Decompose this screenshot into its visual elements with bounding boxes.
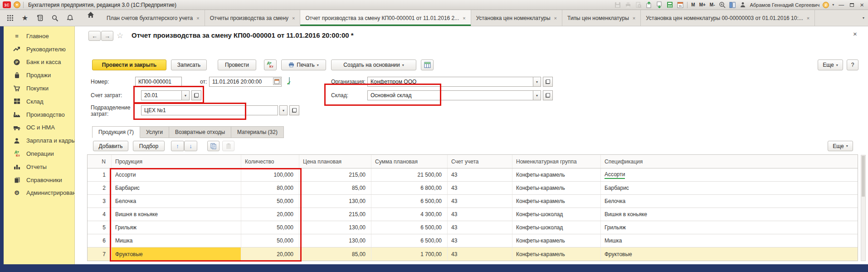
split-columns-icon[interactable] — [729, 1, 736, 9]
notifications-bell-button[interactable] — [65, 14, 74, 23]
sidebar-item-salary-hr[interactable]: Зарплата и кадры — [4, 134, 74, 147]
sidebar-item-main[interactable]: ≡Главное — [4, 30, 74, 43]
move-up-button[interactable]: ↑ — [171, 141, 184, 151]
tab-returnable-waste[interactable]: Возвратные отходы — [169, 126, 231, 138]
organization-input[interactable] — [367, 77, 533, 87]
apps-menu-button[interactable] — [5, 14, 15, 23]
close-icon[interactable]: × — [633, 15, 635, 21]
restore-button[interactable] — [848, 2, 855, 8]
department-open-button[interactable] — [289, 105, 299, 115]
create-based-on-button[interactable]: Создать на основании▾ — [331, 59, 416, 70]
table-row[interactable]: 2 Барбарис 80,000 85,00 6 800,00 43 Конф… — [88, 182, 858, 195]
table-row[interactable]: 4 Вишня в коньяке 20,000 215,00 4 300,00… — [88, 208, 858, 221]
save-button[interactable]: Записать — [171, 59, 207, 70]
column-header-account[interactable]: Счет учета — [448, 155, 512, 168]
close-icon[interactable]: × — [554, 15, 557, 21]
forward-button[interactable]: → — [101, 31, 113, 41]
close-icon[interactable]: × — [463, 15, 465, 21]
date-input[interactable] — [209, 77, 282, 87]
warehouse-input[interactable] — [367, 90, 533, 100]
home-button[interactable] — [86, 10, 95, 19]
column-header-nomenclature-group[interactable]: Номенклатурная группа — [512, 155, 601, 168]
sidebar-item-administration[interactable]: ⚙Администрирование — [4, 187, 74, 200]
sidebar-item-operations[interactable]: ДтКтОперации — [4, 147, 74, 160]
back-button[interactable]: ← — [88, 31, 101, 41]
close-form-button[interactable]: × — [853, 30, 857, 38]
zoom-icon[interactable] — [718, 1, 726, 9]
post-and-close-button[interactable]: Провести и закрыть — [92, 59, 166, 70]
history-button[interactable] — [35, 14, 44, 23]
table-row-selected[interactable]: 7 Фруктовые 20,000 85,00 1 700,00 43 Кон… — [88, 247, 858, 261]
calculator-icon[interactable] — [666, 1, 673, 9]
post-button[interactable]: Провести — [218, 59, 256, 70]
number-input[interactable] — [135, 77, 182, 87]
warehouse-open-button[interactable] — [543, 90, 553, 100]
tab-price-types[interactable]: Типы цен номенклатуры× — [562, 10, 641, 26]
close-window-button[interactable]: × — [858, 1, 865, 9]
cost-account-open-button[interactable] — [191, 90, 201, 100]
table-row[interactable]: 6 Мишка 50,000 130,00 6 500,00 43 Конфет… — [88, 234, 858, 247]
table-scrollbar[interactable] — [861, 155, 866, 261]
memory-m-button[interactable]: М — [691, 2, 695, 7]
tab-services[interactable]: Услуги — [140, 126, 169, 138]
chevron-down-icon[interactable]: ▾ — [832, 3, 834, 7]
sidebar-item-manager[interactable]: Руководителю — [4, 43, 74, 56]
tab-production-report-document[interactable]: Отчет производства за смену КП00-000001 … — [300, 10, 471, 26]
memory-m-plus-button[interactable]: М+ — [699, 2, 706, 7]
favorites-star-button[interactable]: ★ — [20, 14, 29, 23]
warehouse-dropdown-button[interactable]: ▾ — [533, 90, 541, 100]
table-row[interactable]: 1 Ассорти 100,000 215,00 21 500,00 43 Ко… — [88, 168, 858, 182]
sidebar-item-sales[interactable]: Продажи — [4, 69, 74, 82]
dtkt-postings-button[interactable]: ДтКт — [264, 59, 277, 70]
favorite-star-icon[interactable]: ☆ — [117, 31, 123, 40]
table-row[interactable]: 3 Белочка 50,000 130,00 6 500,00 43 Конф… — [88, 195, 858, 208]
department-input[interactable] — [141, 105, 278, 115]
close-icon[interactable]: × — [196, 15, 199, 21]
column-header-specification[interactable]: Спецификация — [601, 155, 858, 168]
sidebar-item-references[interactable]: Справочники — [4, 173, 74, 187]
scrollbar-thumb[interactable] — [862, 156, 865, 197]
search-button[interactable] — [50, 14, 59, 23]
spreadsheet-report-button[interactable] — [421, 59, 434, 70]
sidebar-item-reports[interactable]: Отчеты — [4, 160, 74, 173]
sidebar-item-warehouse[interactable]: Склад — [4, 95, 74, 108]
tabs-overflow-button[interactable]: ▾ — [859, 10, 868, 26]
calendar-icon[interactable]: 31 — [677, 1, 684, 9]
save-file-icon[interactable] — [656, 1, 663, 9]
tab-price-setting[interactable]: Установка цен номенклатуры× — [471, 10, 562, 26]
column-header-planned-sum[interactable]: Сумма плановая — [371, 155, 448, 168]
add-row-button[interactable]: Добавить — [93, 141, 128, 151]
sidebar-item-production[interactable]: Производство — [4, 108, 74, 121]
column-header-n[interactable]: N — [88, 155, 112, 168]
move-down-button[interactable]: ↓ — [184, 141, 197, 151]
tab-materials[interactable]: Материалы (32) — [231, 126, 284, 138]
close-icon[interactable]: × — [807, 15, 809, 21]
tab-products[interactable]: Продукция (7) — [92, 126, 140, 138]
tab-price-setting-document[interactable]: Установка цен номенклатуры 00-00000003 о… — [641, 10, 815, 26]
main-menu-button[interactable]: ▾ — [14, 1, 20, 8]
more-button[interactable]: Еще▾ — [818, 59, 843, 70]
active-cell[interactable]: Фруктовые — [112, 247, 241, 261]
column-header-quantity[interactable]: Количество — [241, 155, 299, 168]
column-header-product[interactable]: Продукция — [112, 155, 241, 168]
sidebar-item-fixed-assets[interactable]: ОС и НМА — [4, 121, 74, 134]
tab-chart-of-accounts[interactable]: План счетов бухгалтерского учета× — [102, 10, 205, 26]
organization-open-button[interactable] — [543, 77, 553, 87]
sidebar-item-bank-cash[interactable]: РБанк и касса — [4, 56, 74, 69]
memory-m-minus-button[interactable]: М- — [709, 2, 716, 7]
info-button[interactable]: i — [823, 2, 829, 8]
close-icon[interactable]: × — [292, 15, 295, 21]
department-dropdown-button[interactable]: ▾ — [279, 105, 288, 115]
help-button[interactable]: ? — [847, 59, 858, 70]
sidebar-item-purchases[interactable]: Покупки — [4, 82, 74, 95]
calendar-picker-button[interactable] — [273, 78, 281, 85]
pick-button[interactable]: Подбор — [133, 141, 165, 151]
copy-button[interactable] — [207, 141, 219, 151]
load-file-icon[interactable] — [645, 1, 653, 9]
minimize-button[interactable]: — — [837, 2, 845, 8]
organization-dropdown-button[interactable]: ▾ — [533, 77, 541, 87]
table-more-button[interactable]: Еще▾ — [828, 141, 853, 151]
cost-account-dropdown-button[interactable]: ▾ — [181, 90, 190, 100]
cost-account-input[interactable] — [141, 90, 182, 100]
print-button[interactable]: Печать▾ — [281, 59, 326, 70]
